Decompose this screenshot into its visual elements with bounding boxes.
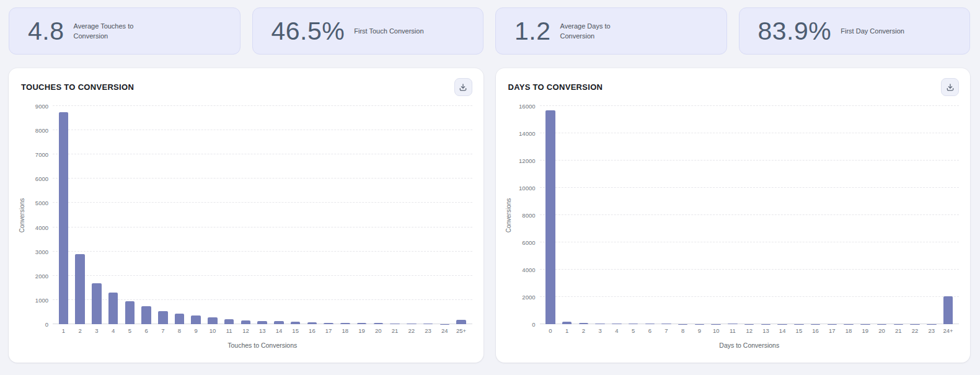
bar[interactable] bbox=[579, 323, 589, 324]
x-tick-label: 5 bbox=[121, 327, 138, 334]
bar[interactable] bbox=[943, 296, 953, 324]
bar[interactable] bbox=[175, 314, 185, 324]
bar[interactable] bbox=[629, 324, 638, 324]
kpi-card-first-touch: 46.5% First Touch Conversion bbox=[252, 7, 484, 55]
y-tick-label: 1000 bbox=[35, 296, 48, 303]
y-tick-label: 4000 bbox=[35, 224, 48, 231]
x-tick-label: 15 bbox=[791, 327, 808, 334]
x-tick-label: 9 bbox=[188, 327, 205, 334]
bar[interactable] bbox=[274, 321, 284, 324]
x-tick-label: 17 bbox=[824, 327, 841, 334]
bar[interactable] bbox=[224, 319, 234, 324]
bar[interactable] bbox=[92, 283, 102, 324]
bar[interactable] bbox=[208, 317, 218, 324]
x-tick-label: 4 bbox=[608, 327, 625, 334]
bar[interactable] bbox=[324, 323, 333, 324]
x-tick-label: 18 bbox=[337, 327, 353, 334]
bar[interactable] bbox=[108, 293, 118, 324]
bar-slot bbox=[403, 106, 420, 324]
bar-slot bbox=[55, 106, 72, 324]
bars bbox=[540, 106, 960, 324]
bar[interactable] bbox=[307, 322, 317, 324]
x-tick-label: 1 bbox=[558, 327, 575, 334]
bar-slot bbox=[791, 106, 808, 324]
bar[interactable] bbox=[340, 323, 350, 324]
bar[interactable] bbox=[562, 322, 572, 324]
y-tick-label: 2000 bbox=[522, 294, 535, 301]
x-tick-label: 3 bbox=[88, 327, 105, 334]
x-tick-label: 11 bbox=[725, 327, 741, 334]
bar[interactable] bbox=[291, 322, 301, 324]
bar[interactable] bbox=[661, 324, 671, 324]
y-tick-label: 10000 bbox=[519, 185, 535, 192]
x-tick-label: 22 bbox=[403, 327, 420, 334]
bar[interactable] bbox=[728, 324, 738, 324]
x-axis-title: Touches to Conversions bbox=[27, 342, 472, 349]
touches-to-conversion-chart: Conversions01000200030004000500060007000… bbox=[17, 106, 472, 349]
bar-slot bbox=[121, 106, 138, 324]
x-tick-label: 22 bbox=[907, 327, 924, 334]
bar[interactable] bbox=[612, 324, 622, 324]
bar-slot bbox=[420, 106, 436, 324]
bar-slot bbox=[890, 106, 907, 324]
x-tick-label: 1 bbox=[55, 327, 72, 334]
kpi-value: 46.5% bbox=[271, 19, 345, 44]
y-tick-label: 5000 bbox=[35, 200, 48, 206]
bar[interactable] bbox=[191, 315, 201, 324]
x-axis: 1234567891011121314151617181920212223242… bbox=[53, 327, 472, 334]
bar[interactable] bbox=[456, 320, 466, 324]
y-axis-title: Conversions bbox=[17, 106, 27, 324]
panel-header: TOUCHES TO CONVERSION bbox=[17, 78, 472, 96]
bar-slot bbox=[387, 106, 404, 324]
bar[interactable] bbox=[423, 324, 433, 324]
kpi-label: Average Days to Conversion bbox=[560, 21, 635, 42]
bar[interactable] bbox=[545, 110, 555, 324]
x-tick-label: 17 bbox=[320, 327, 337, 334]
bar[interactable] bbox=[595, 324, 605, 324]
x-tick-label: 10 bbox=[708, 327, 725, 334]
bar[interactable] bbox=[390, 324, 400, 324]
x-tick-label: 23 bbox=[923, 327, 940, 334]
kpi-label: First Day Conversion bbox=[841, 26, 904, 37]
bar[interactable] bbox=[75, 254, 85, 324]
x-tick-label: 20 bbox=[370, 327, 387, 334]
x-tick-label: 13 bbox=[757, 327, 774, 334]
bar[interactable] bbox=[257, 321, 267, 324]
bar[interactable] bbox=[645, 324, 655, 324]
bar-slot bbox=[708, 106, 725, 324]
bar-slot bbox=[370, 106, 387, 324]
x-tick-label: 7 bbox=[154, 327, 171, 334]
x-tick-label: 6 bbox=[642, 327, 658, 334]
bar-slot bbox=[857, 106, 873, 324]
bar[interactable] bbox=[59, 112, 69, 324]
y-tick-label: 3000 bbox=[35, 248, 48, 255]
x-tick-label: 16 bbox=[304, 327, 320, 334]
bar-slot bbox=[287, 106, 304, 324]
bar[interactable] bbox=[241, 320, 251, 324]
bar[interactable] bbox=[357, 323, 367, 324]
x-tick-label: 14 bbox=[271, 327, 288, 334]
charts-row: TOUCHES TO CONVERSION Conversions0100020… bbox=[0, 55, 980, 363]
x-tick-label: 11 bbox=[221, 327, 237, 334]
bar[interactable] bbox=[125, 301, 135, 324]
x-tick-label: 19 bbox=[353, 327, 370, 334]
y-tick-label: 8000 bbox=[522, 212, 535, 219]
kpi-value: 1.2 bbox=[514, 19, 551, 44]
bar-slot bbox=[254, 106, 271, 324]
bar[interactable] bbox=[374, 323, 384, 324]
kpi-card-avg-days: 1.2 Average Days to Conversion bbox=[495, 7, 727, 55]
download-icon bbox=[946, 83, 955, 92]
bar[interactable] bbox=[407, 324, 417, 324]
download-button[interactable] bbox=[941, 78, 959, 96]
kpi-label: First Touch Conversion bbox=[354, 26, 423, 37]
x-tick-label: 7 bbox=[658, 327, 675, 334]
bar[interactable] bbox=[141, 306, 151, 324]
download-button[interactable] bbox=[454, 78, 472, 96]
x-tick-label: 0 bbox=[542, 327, 559, 334]
kpi-value: 4.8 bbox=[28, 19, 64, 44]
x-tick-label: 23 bbox=[420, 327, 436, 334]
y-tick-label: 6000 bbox=[35, 175, 48, 182]
x-tick-label: 12 bbox=[741, 327, 757, 334]
bar-slot bbox=[105, 106, 121, 324]
bar[interactable] bbox=[158, 311, 168, 324]
